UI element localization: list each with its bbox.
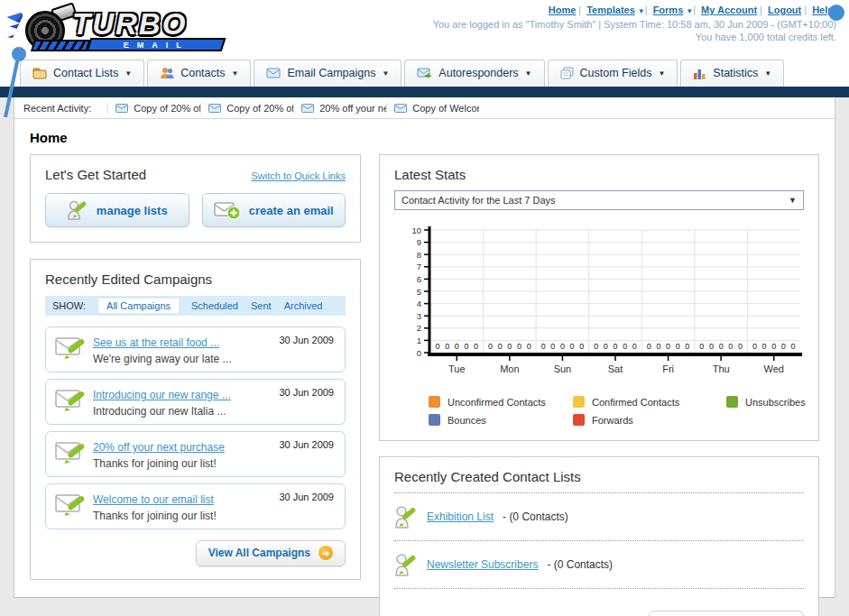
svg-text:Sun: Sun — [554, 363, 572, 374]
report-select-dropdown[interactable]: Contact Activity for the Last 7 Days ▼ — [394, 190, 804, 210]
svg-text:0: 0 — [728, 342, 733, 351]
recent-activity-item[interactable]: 20% off your next p — [293, 103, 386, 114]
campaign-row[interactable]: Introducing our new range ... Introducin… — [45, 379, 346, 425]
legend-item: Unconfirmed Contacts — [429, 396, 573, 408]
nav-link-home[interactable]: Home — [549, 5, 577, 15]
contact-list-count: - (0 Contacts) — [547, 558, 613, 571]
arrow-right-icon: ➜ — [318, 546, 333, 560]
svg-text:0: 0 — [771, 342, 776, 351]
legend-item: Forwards — [573, 414, 726, 426]
view-all-campaigns-button[interactable]: View All Campaigns ➜ — [196, 540, 346, 566]
filter-archived[interactable]: Archived — [284, 300, 323, 311]
selected-report: Contact Activity for the Last 7 Days — [401, 195, 556, 206]
dotted-divider — [394, 588, 804, 589]
campaign-subtitle: Introducing our new Italia ... — [93, 405, 336, 418]
campaign-title-link[interactable]: 20% off your next purchase — [93, 441, 225, 454]
pages-icon — [560, 67, 574, 79]
tab-label: Contacts — [180, 67, 225, 79]
filter-sent[interactable]: Sent — [251, 300, 272, 311]
recent-activity-label: Recent Activity: — [23, 103, 91, 114]
legend-swatch-icon — [429, 396, 440, 408]
svg-text:2: 2 — [417, 323, 421, 333]
campaign-title-link[interactable]: See us at the retail food ... — [93, 336, 219, 349]
recent-activity-item[interactable]: Copy of 20% off yo — [200, 103, 293, 114]
svg-text:0: 0 — [656, 342, 660, 351]
show-label: SHOW: — [52, 300, 86, 311]
campaign-filter-bar: SHOW: All Campaigns Scheduled Sent Archi… — [45, 296, 346, 316]
view-all-campaigns-label: View All Campaigns — [208, 547, 310, 559]
svg-text:1: 1 — [417, 336, 421, 345]
tab-contacts[interactable]: Contacts▼ — [147, 60, 251, 87]
bar-chart-icon — [693, 68, 706, 79]
create-email-button[interactable]: create an email — [202, 193, 346, 227]
filter-scheduled[interactable]: Scheduled — [191, 300, 238, 311]
top-nav: Home| Templates▼| Forms▼| My Account| Lo… — [433, 5, 836, 15]
svg-text:0: 0 — [781, 342, 786, 351]
turbo-email-logo[interactable]: TURBO EMAIL — [5, 4, 231, 54]
campaign-title-link[interactable]: Welcome to our email list — [93, 493, 214, 506]
dotted-divider — [394, 492, 804, 493]
campaign-subtitle: Thanks for joining our list! — [93, 457, 336, 470]
tab-custom-fields[interactable]: Custom Fields▼ — [548, 60, 678, 87]
svg-text:0: 0 — [498, 342, 503, 351]
envelope-icon — [115, 104, 128, 113]
tab-label: Custom Fields — [580, 67, 652, 79]
nav-link-logout[interactable]: Logout — [768, 5, 801, 15]
switch-to-quick-links[interactable]: Switch to Quick Links — [251, 170, 346, 181]
recent-activity-item[interactable]: Copy of Welcome to — [386, 103, 479, 114]
contact-list-item[interactable]: Newsletter Subscribers - (0 Contacts) — [394, 549, 804, 580]
logo-banner: EMAIL — [87, 38, 226, 51]
tab-statistics[interactable]: Statistics▼ — [680, 60, 784, 87]
legend-swatch-icon — [429, 414, 440, 426]
svg-text:0: 0 — [709, 342, 714, 351]
contact-lists-title: Recently Created Contact Lists — [394, 469, 804, 484]
svg-text:0: 0 — [541, 342, 546, 351]
campaign-row[interactable]: Welcome to our email list Thanks for joi… — [45, 483, 346, 529]
contact-list-link[interactable]: Newsletter Subscribers — [427, 558, 538, 571]
campaign-title-link[interactable]: Introducing our new range ... — [93, 389, 231, 401]
tab-contact-lists[interactable]: Contact Lists▼ — [20, 60, 144, 87]
stats-chart: 01234567891000000Tue00000Mon00000Sun0000… — [398, 225, 806, 383]
dropdown-arrow-icon: ▼ — [232, 69, 239, 78]
svg-text:0: 0 — [474, 342, 478, 351]
recent-activity-text: Copy of 20% off yo — [226, 103, 293, 114]
svg-text:0: 0 — [417, 348, 421, 358]
contact-list-item[interactable]: Exhibition List - (0 Contacts) — [394, 501, 804, 532]
latest-stats-title: Latest Stats — [394, 167, 804, 182]
recent-activity-item[interactable]: Copy of 20% off yo — [107, 103, 200, 114]
recent-activity-text: 20% off your next p — [319, 103, 386, 114]
campaign-date: 30 Jun 2009 — [279, 439, 334, 450]
tab-label: Statistics — [713, 67, 758, 79]
contact-lists-panel: Recently Created Contact Lists Exhibitio… — [379, 456, 819, 616]
svg-text:0: 0 — [464, 342, 468, 351]
svg-text:6: 6 — [417, 274, 421, 284]
nav-link-forms[interactable]: Forms — [653, 5, 684, 15]
recent-activity-bar: Recent Activity: Copy of 20% off yo Copy… — [14, 97, 835, 119]
envelope-icon — [301, 104, 314, 113]
recent-activity-text: Copy of 20% off yo — [134, 103, 200, 114]
campaign-row[interactable]: 20% off your next purchase Thanks for jo… — [45, 431, 346, 477]
folder-icon — [32, 68, 47, 79]
campaign-row[interactable]: See us at the retail food ... We're givi… — [45, 326, 346, 372]
envelope-edit-icon — [55, 440, 89, 465]
nav-link-my-account[interactable]: My Account — [701, 5, 757, 15]
dotted-divider — [394, 540, 804, 541]
campaign-subtitle: Thanks for joining our list! — [93, 510, 336, 522]
legend-item: Unsubscribes — [726, 396, 835, 408]
svg-text:Mon: Mon — [500, 363, 519, 374]
svg-text:0: 0 — [762, 342, 767, 351]
nav-link-templates[interactable]: Templates — [586, 5, 635, 15]
dropdown-arrow-icon: ▼ — [525, 69, 532, 78]
envelope-edit-icon — [55, 388, 89, 413]
contact-list-link[interactable]: Exhibition List — [427, 510, 494, 523]
logo-stripes — [31, 40, 90, 51]
envelope-plus-icon — [214, 201, 241, 220]
tab-autoresponders[interactable]: Autoresponders▼ — [404, 60, 544, 87]
manage-lists-button[interactable]: manage lists — [45, 193, 189, 227]
see-all-contact-lists-button[interactable]: See All Contact Lists ➜ — [649, 611, 804, 616]
tab-email-campaigns[interactable]: Email Campaigns▼ — [254, 60, 401, 87]
users-icon — [160, 67, 174, 79]
filter-all-campaigns[interactable]: All Campaigns — [98, 299, 179, 313]
header-right: Home| Templates▼| Forms▼| My Account| Lo… — [433, 5, 836, 42]
tab-label: Email Campaigns — [287, 67, 375, 79]
